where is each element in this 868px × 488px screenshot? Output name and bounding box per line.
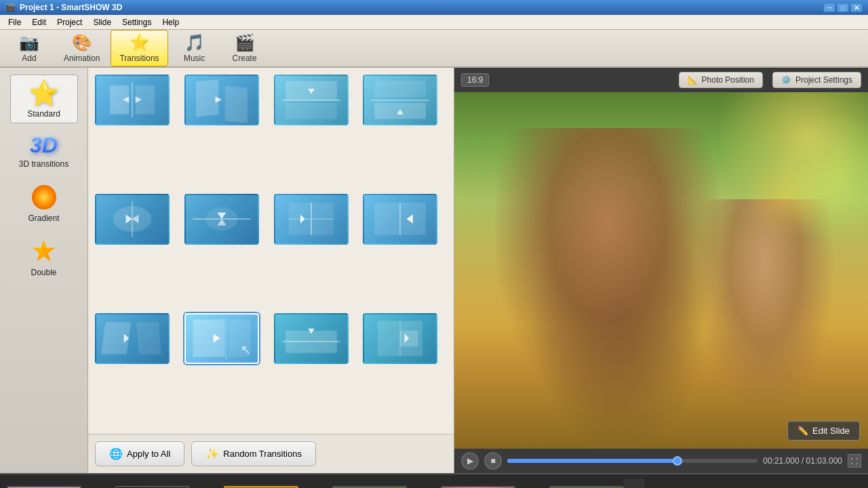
transitions-label: Transitions (119, 54, 159, 63)
svg-point-20 (205, 207, 237, 230)
slide-item-6: ✨ 6 ✏️ ◀ (549, 486, 624, 489)
play-button[interactable]: ▶ (461, 452, 479, 470)
slide-thumb-1[interactable]: Our Baby 🌸 (7, 486, 81, 489)
app-icon: 🎬 (5, 3, 16, 12)
slide-item-3: 3 ✏️ ◀ 12.0 (224, 486, 298, 489)
progress-track[interactable] (507, 459, 757, 463)
add-label: Add (22, 54, 36, 63)
transitions-grid: ↖ (88, 68, 454, 434)
transition-2[interactable] (184, 75, 259, 125)
random-transitions-button[interactable]: ✨ Random Transitions (191, 441, 316, 466)
animation-button[interactable]: 🎨 Animation (56, 30, 108, 66)
titlebar: 🎬 Project 1 - SmartSHOW 3D ─ □ ✕ (0, 0, 868, 15)
svg-marker-36 (213, 333, 219, 342)
app-title: Project 1 - SmartSHOW 3D (20, 3, 122, 12)
transition-11[interactable] (274, 313, 349, 364)
edit-slide-button[interactable]: ✏️ Edit Slide (787, 421, 860, 441)
menu-help[interactable]: Help (157, 16, 184, 28)
music-button[interactable]: 🎵 Music (171, 30, 218, 66)
project-settings-button[interactable]: ⚙️ Project Settings (772, 72, 861, 88)
slide-thumb-2[interactable] (115, 486, 190, 489)
create-label: Create (233, 54, 257, 63)
menu-slide[interactable]: Slide (87, 16, 117, 28)
photo-position-button[interactable]: 📐 Photo Position (679, 72, 763, 88)
add-icon: 📷 (19, 33, 39, 52)
slide-thumb-3[interactable] (224, 486, 298, 489)
main-area: ⭐ Standard 3D 3D transitions Gradient Do… (0, 68, 868, 473)
transition-9[interactable] (95, 313, 170, 364)
svg-marker-19 (132, 214, 138, 223)
category-double-label: Double (31, 268, 56, 277)
slide-thumb-6[interactable]: ✨ (549, 486, 624, 489)
minimize-button[interactable]: ─ (823, 3, 835, 12)
random-icon: ✨ (205, 447, 219, 460)
svg-rect-1 (136, 85, 155, 115)
menu-edit[interactable]: Edit (26, 16, 52, 28)
svg-rect-6 (224, 85, 247, 123)
category-standard[interactable]: ⭐ Standard (10, 75, 78, 123)
maximize-button[interactable]: □ (837, 3, 849, 12)
svg-marker-15 (397, 109, 403, 115)
svg-marker-40 (308, 329, 314, 334)
progress-thumb[interactable] (673, 456, 682, 466)
transition-10[interactable]: ↖ (184, 313, 259, 364)
menubar: File Edit Project Slide Settings Help (0, 15, 868, 30)
transitions-panel: ↖ 🌐 Apply to (88, 68, 454, 473)
transitions-button[interactable]: ⭐ Transitions (111, 30, 167, 66)
svg-rect-41 (378, 321, 422, 356)
svg-rect-34 (193, 320, 224, 357)
close-button[interactable]: ✕ (850, 3, 863, 12)
category-gradient[interactable]: Gradient (10, 178, 78, 227)
apply-to-all-label: Apply to All (127, 449, 170, 459)
random-transitions-label: Random Transitions (223, 449, 302, 459)
transition-1[interactable] (95, 75, 170, 125)
transition-4[interactable] (363, 75, 437, 125)
fullscreen-button[interactable]: ⛶ (848, 454, 861, 468)
svg-marker-30 (407, 214, 413, 223)
menu-settings[interactable]: Settings (117, 16, 157, 28)
svg-rect-5 (196, 79, 218, 117)
toolbar: 📷 Add 🎨 Animation ⭐ Transitions 🎵 Music … (0, 30, 868, 68)
stop-button[interactable]: ■ (484, 452, 502, 470)
svg-marker-7 (215, 96, 221, 102)
menu-project[interactable]: Project (52, 16, 87, 28)
svg-rect-35 (228, 320, 250, 357)
titlebar-controls: ─ □ ✕ (823, 3, 863, 12)
category-standard-label: Standard (27, 109, 60, 119)
preview-header: 16:9 📐 Photo Position ⚙️ Project Setting… (454, 68, 868, 92)
svg-rect-24 (288, 203, 333, 235)
timeline-scroll-right[interactable]: ❯ (624, 479, 644, 488)
svg-marker-33 (124, 333, 130, 342)
transition-6[interactable] (184, 194, 259, 245)
transition-3[interactable] (274, 75, 349, 125)
category-3d[interactable]: 3D 3D transitions (10, 129, 78, 173)
category-gradient-label: Gradient (28, 214, 59, 223)
svg-rect-43 (400, 331, 418, 347)
transition-7[interactable] (274, 194, 349, 245)
transition-12[interactable] (363, 313, 437, 364)
create-button[interactable]: 🎬 Create (221, 30, 269, 66)
music-icon: 🎵 (184, 33, 205, 52)
apply-to-all-button[interactable]: 🌐 Apply to All (95, 441, 184, 466)
add-button[interactable]: 📷 Add (5, 30, 53, 66)
svg-rect-28 (374, 203, 426, 235)
transitions-icon: ⭐ (130, 33, 150, 52)
svg-marker-44 (405, 333, 410, 342)
slide-thumb-4[interactable] (332, 486, 407, 489)
timeline-scroll: Our Baby 🌸 1 ✏️ ◀ 5.0 2.0 (0, 474, 868, 488)
transition-5[interactable] (95, 194, 170, 245)
edit-slide-label: Edit Slide (812, 426, 850, 436)
time-current: 00:21.000 (763, 456, 799, 466)
titlebar-left: 🎬 Project 1 - SmartSHOW 3D (5, 3, 122, 12)
timeline: Our Baby 🌸 1 ✏️ ◀ 5.0 2.0 (0, 473, 868, 488)
slide-thumb-5[interactable]: ⭐ (441, 486, 515, 489)
svg-rect-13 (374, 103, 426, 119)
menu-file[interactable]: File (3, 16, 26, 28)
left-sidebar: ⭐ Standard 3D 3D transitions Gradient Do… (0, 68, 88, 473)
category-double[interactable]: Double (10, 232, 78, 281)
svg-rect-0 (110, 85, 129, 115)
transition-8[interactable] (363, 194, 437, 245)
slide-item-2: 2 ✏️ ◀ 10.0 (115, 486, 190, 489)
category-3d-label: 3D transitions (19, 159, 68, 169)
gradient-icon (32, 185, 56, 209)
